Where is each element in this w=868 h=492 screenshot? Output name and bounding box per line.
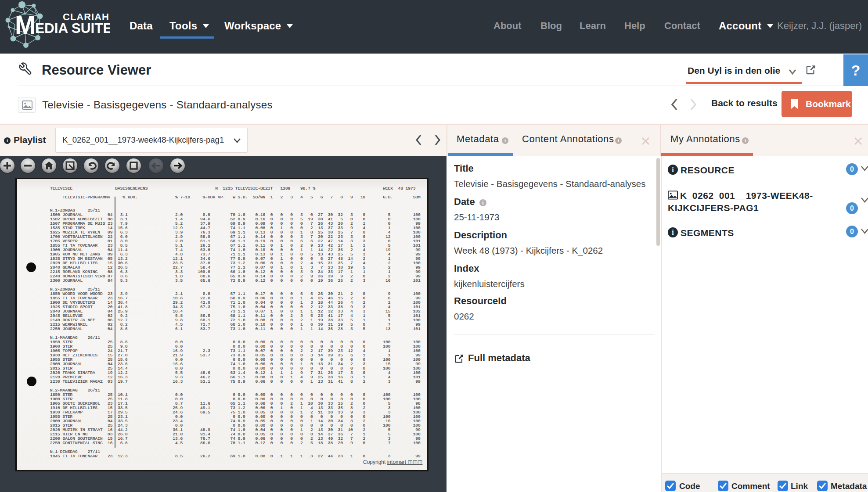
svg-text:EDIA SUITE: EDIA SUITE: [35, 20, 110, 36]
svg-text:M: M: [15, 11, 36, 39]
